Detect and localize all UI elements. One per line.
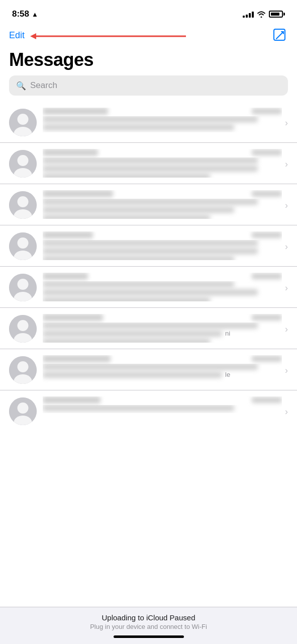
message-time <box>252 397 282 403</box>
signal-icon <box>243 11 254 18</box>
chevron-right-icon: › <box>285 283 288 293</box>
battery-icon <box>269 11 285 18</box>
compose-button[interactable] <box>272 27 288 43</box>
message-content <box>43 396 282 413</box>
avatar <box>9 109 37 136</box>
edit-button[interactable]: Edit <box>9 30 25 41</box>
message-time <box>252 191 282 197</box>
avatar <box>9 191 37 219</box>
svg-point-25 <box>18 361 29 372</box>
wifi-icon <box>257 11 266 18</box>
list-item[interactable]: › <box>0 102 297 143</box>
chevron-right-icon: › <box>285 407 288 417</box>
svg-point-19 <box>18 279 29 290</box>
avatar <box>9 315 37 343</box>
list-item[interactable]: ni › <box>0 308 297 349</box>
list-item[interactable]: › <box>0 143 297 184</box>
chevron-right-icon: › <box>285 159 288 170</box>
message-time <box>252 108 282 114</box>
chevron-right-icon: › <box>285 365 288 376</box>
svg-point-28 <box>18 403 29 414</box>
status-bar: 8:58 ▲ <box>0 0 297 25</box>
avatar <box>9 150 37 178</box>
avatar <box>9 356 37 384</box>
contact-name <box>43 314 103 321</box>
message-preview <box>43 281 282 301</box>
message-content: le … <box>43 355 282 384</box>
message-content <box>43 273 282 301</box>
contact-name <box>43 355 111 362</box>
svg-point-7 <box>18 114 29 125</box>
search-bar[interactable]: 🔍 Search <box>9 75 288 96</box>
list-item[interactable]: › <box>0 267 297 308</box>
message-time <box>252 314 282 320</box>
chevron-right-icon: › <box>285 324 288 335</box>
page-title: Messages <box>0 47 297 75</box>
avatar <box>9 274 37 301</box>
chevron-right-icon: › <box>285 242 288 252</box>
svg-line-3 <box>276 32 283 39</box>
status-time: 8:58 ▲ <box>12 9 38 19</box>
message-list: › › <box>0 102 297 470</box>
contact-name <box>43 231 93 238</box>
search-placeholder: Search <box>30 80 57 91</box>
message-content <box>43 149 282 178</box>
message-content <box>43 190 282 219</box>
notification-subtitle: Plug in your device and connect to Wi-Fi <box>9 623 288 630</box>
message-preview: ni <box>43 323 282 343</box>
avatar <box>9 232 37 260</box>
message-content <box>43 231 282 260</box>
contact-name <box>43 108 108 115</box>
message-preview <box>43 240 282 260</box>
message-preview <box>43 405 282 413</box>
message-content: ni <box>43 314 282 343</box>
message-time <box>252 356 282 362</box>
search-container: 🔍 Search <box>0 75 297 102</box>
svg-marker-1 <box>30 33 36 39</box>
messages-header: Edit <box>0 25 297 47</box>
message-content <box>43 108 282 132</box>
chevron-right-icon: › <box>285 200 288 211</box>
bottom-notification-bar: Uploading to iCloud Paused Plug in your … <box>0 607 297 644</box>
annotation-arrow <box>30 31 206 41</box>
list-item[interactable]: › <box>0 184 297 225</box>
contact-name <box>43 149 98 156</box>
notification-title: Uploading to iCloud Paused <box>9 613 288 622</box>
contact-name <box>43 190 113 197</box>
message-time <box>252 149 282 155</box>
svg-point-13 <box>18 196 29 207</box>
svg-point-22 <box>18 320 29 331</box>
message-preview <box>43 199 282 219</box>
chevron-right-icon: › <box>285 118 288 128</box>
svg-rect-2 <box>274 29 285 40</box>
message-preview <box>43 157 282 178</box>
message-preview: le … <box>43 364 282 384</box>
list-item[interactable]: › <box>0 390 297 470</box>
svg-point-16 <box>18 237 29 249</box>
contact-name <box>43 273 88 280</box>
message-preview <box>43 116 282 132</box>
contact-name <box>43 396 101 404</box>
search-icon: 🔍 <box>16 81 26 91</box>
message-time <box>252 232 282 238</box>
home-indicator <box>114 635 184 638</box>
status-icons <box>243 11 285 18</box>
list-item[interactable]: le … › <box>0 349 297 390</box>
list-item[interactable]: › <box>0 225 297 267</box>
location-icon: ▲ <box>32 11 38 18</box>
message-time <box>252 273 282 279</box>
time-display: 8:58 <box>12 9 29 19</box>
avatar <box>9 397 37 425</box>
svg-point-10 <box>18 155 29 166</box>
